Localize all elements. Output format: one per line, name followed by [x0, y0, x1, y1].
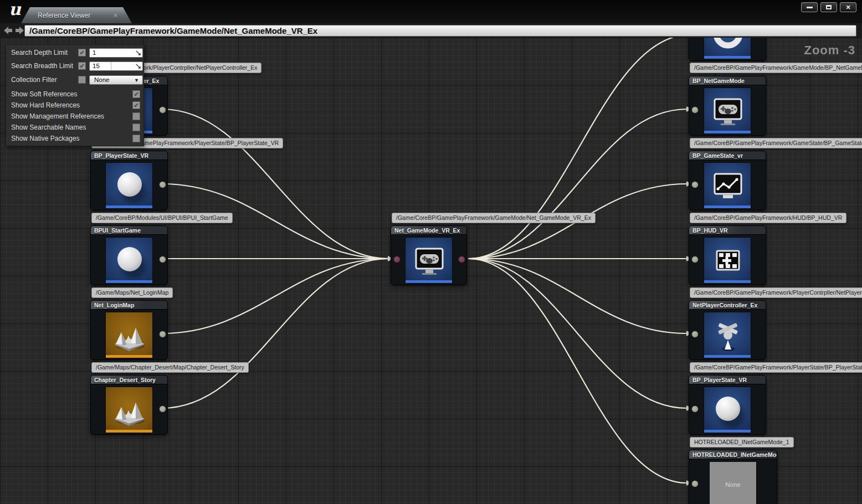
asset-path-label: /Game/CoreBP/GamePlayFramework/PlayerSta… [690, 362, 862, 373]
maximize-icon [826, 5, 832, 9]
panel-row-label: Show Native Packages [11, 135, 79, 142]
spinbox-input[interactable]: 1 [89, 48, 143, 58]
map-asset-icon [106, 312, 153, 358]
graph-node-bp-playerstate-vr-right[interactable]: BP_PlayerState_VR [689, 375, 766, 435]
node-thumbnail [105, 162, 153, 209]
asset-path-label: /Game/Maps/Chapter_Desert/Map/Chapter_De… [91, 362, 249, 373]
checkbox-checked[interactable]: ✔ [132, 90, 140, 98]
output-pin[interactable] [458, 256, 465, 263]
node-thumbnail [105, 387, 153, 433]
none-thumbnail-label: None [725, 481, 741, 488]
panel-row: Search Depth Limit✔1 [6, 48, 143, 59]
checkbox-checked[interactable]: ✔ [132, 101, 140, 109]
output-pin[interactable] [159, 331, 166, 338]
node-title: BP_GameState_vr [689, 151, 766, 160]
node-title: Net_LoginMap [91, 301, 167, 310]
title-bar: u Reference Viewer × ✕ [0, 0, 862, 23]
gamestate-asset-icon [704, 163, 751, 209]
close-button[interactable]: ✕ [840, 2, 856, 12]
panel-row: Show Hard References✔ [6, 100, 143, 111]
checkbox-unchecked[interactable] [132, 124, 140, 131]
output-pin[interactable] [159, 405, 166, 413]
panel-row: Show Searchable Names [6, 122, 143, 133]
checkbox-unchecked[interactable] [132, 112, 140, 120]
node-thumbnail [704, 88, 751, 134]
node-type-bar [106, 430, 152, 433]
checkbox-checked[interactable]: ✔ [78, 62, 86, 70]
input-pin[interactable] [691, 256, 699, 263]
graph-node-bp-hud-vr[interactable]: BP_HUD_VR [689, 225, 766, 285]
gamemode-asset-icon [704, 88, 751, 134]
close-icon: ✕ [845, 4, 850, 11]
input-pin[interactable] [691, 106, 699, 114]
node-title: BP_PlayerState_VR [91, 151, 167, 160]
graph-node-bp-netgamemode[interactable]: BP_NetGameMode [689, 76, 766, 136]
node-thumbnail [704, 162, 751, 209]
node-type-bar [406, 280, 452, 283]
graph-node-net-loginmap[interactable]: Net_LoginMap [90, 300, 168, 360]
graph-node-bpui-startgame[interactable]: BPUI_StartGame [90, 225, 168, 285]
node-thumbnail [704, 38, 751, 59]
history-nav-arrows [4, 25, 24, 35]
asset-path-label: /Game/CoreBP/GamePlayFramework/GameMode/… [690, 63, 862, 73]
window-controls: ✕ [801, 2, 856, 12]
node-type-bar [704, 205, 751, 208]
input-pin[interactable] [691, 405, 699, 413]
back-arrow-icon [4, 27, 12, 34]
minimize-icon [807, 7, 813, 8]
input-pin[interactable] [691, 181, 699, 188]
node-thumbnail [704, 312, 751, 358]
input-pin[interactable] [691, 331, 699, 338]
graph-node-chapter-desert-story[interactable]: Chapter_Desert_Story [90, 375, 168, 435]
asset-path-label: /Game/CoreBP/GamePlayFramework/GameState… [690, 138, 862, 148]
node-type-bar [106, 205, 152, 208]
node-title: HOTRELOADED_INetGameMode_1 [689, 450, 777, 459]
tab-close-icon[interactable]: × [114, 12, 117, 19]
node-type-bar [704, 280, 751, 283]
node-type-bar [106, 355, 152, 358]
node-thumbnail: None [709, 461, 757, 504]
node-thumbnail [704, 387, 751, 433]
output-pin[interactable] [159, 106, 166, 114]
asset-path-label: /Game/CoreBP/GamePlayFramework/GameMode/… [392, 213, 596, 223]
asset-path-label: /Game/CoreBP/GamePlayFramework/HUD/BP_HU… [690, 213, 846, 223]
output-pin[interactable] [159, 256, 166, 263]
graph-node-bp-gamestate-vr[interactable]: BP_GameState_vr [689, 151, 766, 210]
sphere-asset-icon [117, 247, 142, 271]
panel-row-label: Search Breadth Limit [11, 62, 73, 70]
collection-filter-dropdown[interactable]: None▼ [89, 75, 143, 85]
output-pin[interactable] [159, 181, 166, 188]
asset-path-label: /Game/CoreBP/GamePlayFramework/PlayerCon… [690, 287, 862, 298]
checkbox-unchecked[interactable] [78, 76, 86, 84]
tab-reference-viewer[interactable]: Reference Viewer × [21, 7, 132, 23]
unreal-editor-window: u Reference Viewer × ✕ /Game/CoreBP/Game… [0, 0, 862, 504]
spinbox-input[interactable]: 15 [89, 61, 143, 71]
node-title: BP_PlayerState_VR [689, 376, 766, 384]
maximize-button[interactable] [820, 2, 837, 12]
panel-row: Show Soft References✔ [6, 89, 143, 100]
graph-node-netplayercontroller-ex-right[interactable]: NetPlayerController_Ex [689, 300, 766, 360]
graph-node-net-gamemode-vr-ex[interactable]: Net_GameMode_VR_Ex [391, 225, 467, 285]
input-pin[interactable] [691, 480, 699, 487]
checkbox-checked[interactable]: ✔ [78, 49, 86, 56]
forward-arrow-icon [16, 27, 24, 34]
gamemode-asset-icon [406, 238, 453, 284]
graph-node-top-partial-node[interactable] [689, 38, 766, 61]
panel-row: Collection FilterNone▼ [6, 75, 143, 86]
input-pin[interactable] [393, 256, 401, 263]
unreal-engine-logo-icon: u [6, 0, 24, 19]
sphere-asset-icon [117, 172, 142, 197]
graph-node-hotreloaded-inetgamemode-1[interactable]: HOTRELOADED_INetGameMode_1 None [689, 450, 777, 504]
node-thumbnail [704, 237, 751, 284]
graph-node-bp-playerstate-vr-left[interactable]: BP_PlayerState_VR [90, 151, 168, 210]
minimize-button[interactable] [801, 2, 818, 12]
node-title: BP_NetGameMode [689, 76, 766, 85]
checkbox-unchecked[interactable] [132, 135, 140, 142]
asset-path-label: /Game/Maps/Net_LoginMap [91, 287, 173, 298]
asset-path-breadcrumb[interactable]: /Game/CoreBP/GamePlayFramework/GameMode/… [24, 25, 856, 37]
node-type-bar [704, 430, 751, 433]
map-asset-icon [106, 387, 153, 433]
reference-graph-canvas[interactable]: NetPlayerController_Ex BP_PlayerState_VR… [0, 38, 862, 504]
chevron-down-icon: ▼ [134, 76, 139, 85]
tab-label: Reference Viewer [38, 12, 114, 19]
